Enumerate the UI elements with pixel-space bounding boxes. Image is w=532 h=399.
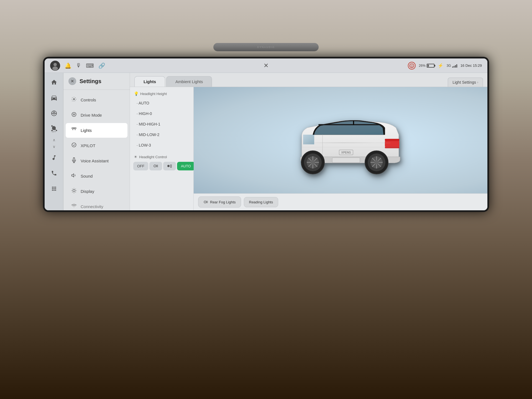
svg-line-29 (75, 189, 76, 189)
headlight-off-button[interactable]: OFF (133, 162, 148, 170)
menu-item-drive-mode[interactable]: Drive Mode (66, 108, 127, 122)
settings-close-button[interactable]: ✕ (68, 77, 76, 85)
bottom-action-bar: Rear Fog Lights Reading Lights (194, 193, 487, 210)
tab-light-settings[interactable]: Light Settings › (448, 78, 483, 87)
screen-container: 🔔 🎙 ⌨ 🔗 ✕ PASS AIRBAG (43, 57, 489, 212)
main-lights-area: Lights Ambient Lights Light Settings › (130, 73, 487, 210)
voice-menu-icon (71, 157, 77, 164)
controls-icon (71, 96, 77, 103)
sidebar-scroll-down[interactable]: ∨ (49, 144, 59, 149)
sidebar-scroll-up[interactable]: ∧ (49, 137, 59, 143)
headlight-control-buttons: OFF (133, 162, 190, 170)
tab-ambient-lights[interactable]: Ambient Lights (166, 76, 212, 87)
svg-rect-42 (332, 158, 360, 163)
reading-lights-button[interactable]: Reading Lights (244, 197, 278, 207)
menu-item-voice[interactable]: Voice Assistant (66, 154, 127, 168)
main-content-row: OFF ∧ ∨ (45, 73, 487, 210)
svg-point-21 (73, 190, 75, 192)
battery-icon (427, 64, 434, 68)
headlight-dim-button[interactable] (149, 162, 162, 170)
svg-point-63 (204, 201, 206, 203)
network-indicator: 3G (447, 64, 457, 68)
svg-rect-39 (385, 139, 399, 141)
height-option-auto[interactable]: · AUTO (133, 98, 190, 108)
connectivity-label: Connectivity (81, 204, 122, 209)
headlight-height-title: 💡 Headlight Height (133, 90, 190, 97)
sidebar-item-steering[interactable] (47, 106, 61, 121)
sidebar-item-music[interactable] (47, 150, 61, 165)
headlight-control-section: ☀ Headlight Control OFF (133, 154, 190, 170)
height-options-list: · AUTO · HIGH-0 · MID-HIGH-1 · MID-LOW-2… (133, 98, 190, 150)
svg-rect-61 (318, 124, 379, 125)
menu-item-connectivity[interactable]: Connectivity (66, 199, 127, 210)
menu-item-lights[interactable]: Lights (66, 123, 127, 138)
svg-line-28 (72, 192, 73, 192)
sidebar: OFF ∧ ∨ (45, 73, 63, 210)
height-option-low3[interactable]: · LOW-3 (133, 140, 190, 150)
xpilot-icon (71, 142, 77, 149)
svg-text:XPENG: XPENG (341, 151, 351, 154)
passenger-airbag-indicator: PASS AIRBAG ON (408, 62, 416, 70)
settings-title: Settings (80, 78, 101, 85)
svg-point-14 (73, 114, 75, 115)
height-option-mid-low2[interactable]: · MID-LOW-2 (133, 130, 190, 140)
keyboard-icon[interactable]: ⌨ (86, 62, 94, 69)
rear-fog-lights-button[interactable]: Rear Fog Lights (198, 196, 241, 208)
sound-icon (71, 173, 77, 180)
headlight-id-button[interactable] (163, 162, 176, 170)
svg-marker-20 (72, 174, 74, 177)
connectivity-icon[interactable]: 🔗 (98, 62, 105, 69)
tab-lights[interactable]: Lights (134, 76, 165, 87)
rear-fog-lights-label: Rear Fog Lights (210, 200, 236, 204)
svg-line-25 (75, 192, 76, 192)
height-option-mid-high1[interactable]: · MID-HIGH-1 (133, 119, 190, 129)
avatar[interactable] (50, 61, 60, 71)
display-label: Display (81, 189, 122, 194)
voice-icon[interactable]: 🎙 (76, 62, 81, 69)
sidebar-item-phone[interactable] (47, 166, 61, 180)
signal-bars (452, 64, 457, 68)
lights-label: Lights (81, 128, 122, 133)
svg-point-2 (52, 66, 58, 70)
battery-percent: 26% (419, 64, 426, 68)
airbag-icon: PASS AIRBAG ON (408, 62, 416, 70)
car-visualization-area: XPENG (194, 87, 487, 210)
sidebar-item-apps[interactable] (47, 181, 61, 196)
controls-label: Controls (81, 98, 122, 102)
headlight-height-icon: 💡 (134, 91, 139, 96)
voice-label: Voice Assistant (81, 158, 122, 163)
sound-label: Sound (81, 174, 122, 178)
svg-rect-15 (72, 128, 74, 129)
svg-point-34 (167, 165, 170, 167)
status-bar-center: ✕ (194, 62, 338, 69)
lights-content: 💡 Headlight Height · AUTO · HIGH-0 · MID… (130, 87, 487, 210)
status-bar-right: PASS AIRBAG ON 26% ⚡ (338, 62, 482, 70)
headlight-auto-button[interactable]: AUTO (177, 162, 195, 170)
speaker-bar: DYNAUDIO (213, 43, 319, 51)
light-settings-label: Light Settings (452, 80, 476, 85)
sidebar-item-fan[interactable]: OFF (47, 122, 61, 136)
svg-rect-17 (74, 128, 76, 129)
svg-rect-62 (353, 120, 354, 125)
headlight-height-label: Headlight Height (140, 92, 167, 96)
dashboard-background: DYNAUDIO 🔔 🎙 ⌨ 🔗 (0, 0, 532, 399)
svg-point-12 (73, 99, 75, 100)
sidebar-item-home[interactable] (47, 75, 61, 89)
svg-point-58 (374, 160, 379, 165)
menu-item-sound[interactable]: Sound (66, 169, 127, 183)
settings-menu: Controls Drive Mode (63, 90, 130, 210)
notification-icon[interactable]: 🔔 (65, 62, 71, 69)
svg-point-30 (154, 165, 156, 167)
headlight-control-icon: ☀ (134, 155, 137, 159)
svg-point-50 (311, 160, 315, 165)
menu-item-controls[interactable]: Controls (66, 93, 127, 107)
sidebar-item-car[interactable] (47, 91, 61, 105)
menu-item-xpilot[interactable]: XPILOT (66, 138, 127, 153)
car-image: XPENG (274, 99, 407, 182)
status-bar-left: 🔔 🎙 ⌨ 🔗 (50, 61, 194, 71)
height-option-high0[interactable]: · HIGH-0 (133, 109, 190, 119)
headlight-control-title: ☀ Headlight Control (133, 154, 190, 160)
menu-item-display[interactable]: Display (66, 184, 127, 199)
center-close-icon[interactable]: ✕ (264, 62, 268, 69)
svg-point-1 (53, 63, 57, 66)
